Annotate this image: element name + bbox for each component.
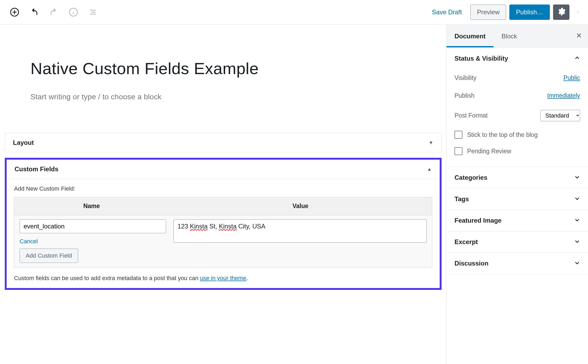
undo-button[interactable] [26, 5, 42, 20]
custom-fields-metabox: Custom Fields ▲ Add New Custom Field: Na… [5, 158, 442, 290]
add-custom-field-button[interactable]: Add Custom Field [20, 249, 78, 263]
cf-hint: Custom fields can be used to add extra m… [14, 268, 432, 282]
stick-label: Stick to the top of the blog [467, 131, 538, 138]
theme-link[interactable]: use in your theme [200, 275, 246, 281]
categories-panel: Categories [447, 167, 588, 188]
redo-icon [49, 7, 59, 17]
visibility-label: Visibility [455, 74, 476, 82]
plus-circle-icon [10, 7, 19, 17]
tab-block[interactable]: Block [493, 25, 525, 47]
tab-document[interactable]: Document [447, 25, 493, 47]
chevron-up-icon [574, 55, 580, 62]
chevron-down-icon [574, 174, 580, 181]
svg-point-10 [578, 12, 578, 12]
settings-sidebar: Document Block Status & Visibility Visib… [446, 25, 588, 364]
layout-metabox-header[interactable]: Layout ▼ [5, 133, 441, 152]
toolbar-right: Save Draft Preview Publish… [427, 5, 583, 20]
collapse-icon: ▲ [427, 167, 432, 172]
cf-value-input[interactable]: 123 Kinsta St, Kinsta City, USA [173, 219, 427, 243]
publish-button[interactable]: Publish… [509, 5, 550, 20]
featured-image-panel: Featured Image [447, 210, 588, 231]
publish-label: Publish [455, 92, 474, 99]
undo-icon [29, 7, 39, 17]
close-icon [576, 32, 582, 39]
discussion-header[interactable]: Discussion [447, 253, 588, 274]
list-icon [88, 7, 98, 17]
excerpt-header[interactable]: Excerpt [447, 231, 588, 253]
featured-image-header[interactable]: Featured Image [447, 210, 588, 231]
redo-button[interactable] [46, 5, 61, 20]
info-button[interactable] [66, 5, 81, 20]
svg-point-11 [578, 13, 578, 13]
chevron-down-icon [574, 196, 580, 203]
pending-label: Pending Review [467, 148, 511, 155]
cf-name-header: Name [14, 197, 169, 215]
publish-value[interactable]: Immediately [547, 92, 580, 99]
sidebar-close-button[interactable] [576, 32, 582, 41]
editor-toolbar: Save Draft Preview Publish… [0, 0, 588, 25]
chevron-down-icon [574, 239, 580, 246]
visibility-value[interactable]: Public [563, 74, 580, 82]
chevron-down-icon [574, 217, 580, 224]
gear-icon [556, 7, 566, 17]
custom-field-table: Name Value Cancel Add Custom Field [14, 197, 432, 268]
cancel-link[interactable]: Cancel [20, 238, 166, 245]
outline-button[interactable] [85, 5, 101, 20]
stick-checkbox[interactable] [455, 131, 462, 139]
excerpt-panel: Excerpt [447, 231, 588, 253]
block-placeholder[interactable]: Start writing or type / to choose a bloc… [0, 86, 446, 128]
save-draft-button[interactable]: Save Draft [427, 5, 467, 20]
svg-point-9 [578, 11, 578, 12]
settings-button[interactable] [553, 5, 569, 20]
categories-header[interactable]: Categories [447, 167, 588, 188]
custom-fields-title: Custom Fields [15, 165, 58, 173]
cf-name-input[interactable] [20, 219, 166, 233]
info-icon [69, 7, 78, 17]
layout-metabox: Layout ▼ [5, 133, 442, 152]
cf-value-header: Value [169, 197, 432, 215]
chevron-down-icon [574, 260, 580, 267]
post-format-select[interactable]: Standard [540, 110, 580, 121]
post-format-label: Post Format [455, 112, 488, 119]
custom-fields-header[interactable]: Custom Fields ▲ [7, 160, 440, 179]
tags-header[interactable]: Tags [447, 188, 588, 210]
pending-checkbox[interactable] [455, 147, 462, 155]
status-visibility-panel: Status & Visibility Visibility Public Pu… [447, 48, 588, 167]
collapse-icon: ▼ [429, 140, 433, 146]
post-title-input[interactable]: Native Custom Fields Example [0, 25, 446, 86]
editor-canvas: Native Custom Fields Example Start writi… [0, 25, 446, 364]
more-options-button[interactable] [573, 5, 583, 20]
add-block-button[interactable] [7, 5, 22, 20]
toolbar-left [5, 5, 101, 20]
sidebar-tabs: Document Block [447, 25, 588, 48]
more-vertical-icon [577, 7, 579, 17]
tags-panel: Tags [447, 188, 588, 210]
discussion-panel: Discussion [447, 253, 588, 274]
layout-metabox-title: Layout [13, 139, 34, 146]
status-visibility-header[interactable]: Status & Visibility [447, 48, 588, 69]
preview-button[interactable]: Preview [470, 5, 506, 20]
add-custom-field-label: Add New Custom Field: [14, 185, 432, 192]
